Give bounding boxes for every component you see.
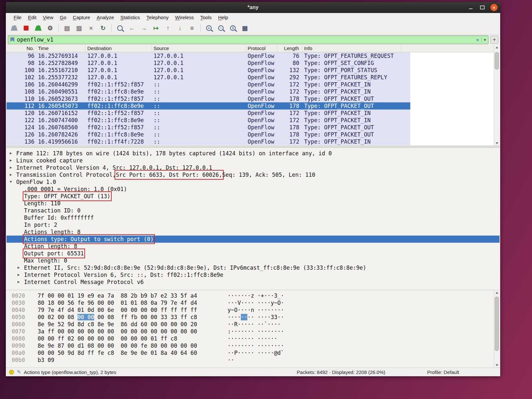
packet-row[interactable]: 12416.260768560ff02::1:ff52:f857::OpenFl… [6, 124, 410, 131]
packet-row[interactable]: 11016.260523673ff02::1:ff52:f857::OpenFl… [6, 95, 410, 102]
packet-list-scrollbar[interactable] [494, 45, 500, 146]
collapsed-arrow-icon[interactable]: ▶ [18, 278, 24, 286]
detail-row[interactable]: Actions length: 8 [6, 228, 500, 236]
packet-row-selected[interactable]: 11216.260545073ff02::1:ffc8:8e9e::OpenFl… [6, 102, 410, 109]
display-filter-input[interactable]: openflow_v1 × ▾ [8, 35, 489, 44]
scroll-up-icon[interactable] [494, 45, 500, 50]
menu-capture[interactable]: Capture [69, 14, 93, 21]
packet-row[interactable]: 9816.252782849127.0.0.1127.0.0.1OpenFlow… [6, 59, 410, 67]
scroll-down-icon[interactable] [494, 141, 500, 146]
detail-row[interactable]: .000 0001 = Version: 1.0 (0x01) [6, 186, 500, 193]
scroll-down-icon[interactable] [494, 363, 500, 367]
menu-edit[interactable]: Edit [25, 14, 40, 21]
column-header-protocol[interactable]: Protocol [246, 45, 277, 52]
detail-row[interactable]: ▶Linux cooked capture [6, 157, 500, 164]
filter-text[interactable]: openflow_v1 [17, 36, 474, 43]
column-header-info[interactable]: Info [303, 45, 401, 52]
detail-row[interactable]: Max length: 0 [6, 257, 500, 264]
hex-row[interactable]: 00b0b3 09·· [6, 356, 500, 364]
detail-row[interactable]: ▼OpenFlow 1.0 [6, 178, 500, 186]
filter-add-button[interactable]: + [490, 36, 498, 44]
menu-help[interactable]: Help [215, 14, 231, 21]
expert-info-icon[interactable] [9, 370, 14, 375]
column-header-destination[interactable]: Destination [86, 45, 152, 52]
hex-row[interactable]: 008000 00 ff 02 00 00 00 00 00 00 00 01 … [6, 335, 500, 342]
menu-file[interactable]: File [10, 14, 25, 21]
go-last-packet-button[interactable]: ↓ [174, 23, 186, 33]
menu-wireless[interactable]: Wireless [172, 14, 197, 21]
go-to-packet-button[interactable]: ↦ [150, 23, 162, 33]
scrollbar-thumb[interactable] [495, 297, 499, 351]
title-bar[interactable]: *any × [6, 2, 500, 13]
column-header-time[interactable]: Time [36, 45, 86, 52]
go-first-packet-button[interactable]: ↑ [162, 23, 174, 33]
hex-row[interactable]: 00207f 00 00 01 19 e9 ea 7a 88 2b b9 b7 … [6, 292, 500, 299]
menu-analyze[interactable]: Analyze [93, 14, 117, 21]
menu-view[interactable]: View [40, 14, 56, 21]
close-file-button[interactable]: × [85, 23, 97, 33]
detail-row[interactable]: Length: 110 [6, 200, 500, 207]
detail-row[interactable]: Action length: 8 [6, 243, 500, 250]
collapsed-arrow-icon[interactable]: ▶ [10, 150, 16, 157]
packet-row[interactable]: 10016.255167210127.0.0.1127.0.0.1OpenFlo… [6, 67, 410, 74]
collapsed-arrow-icon[interactable]: ▶ [18, 264, 24, 271]
detail-row[interactable]: ▶Frame 112: 178 bytes on wire (1424 bits… [6, 150, 500, 157]
capture-options-button[interactable]: ⚙ [44, 23, 56, 33]
zoom-original-button[interactable]: 1 [227, 23, 239, 33]
packet-row[interactable]: 13616.419956616ff02::1:ff4f:7228::OpenFl… [6, 138, 410, 145]
menu-statistics[interactable]: Statistics [117, 14, 143, 21]
column-header-length[interactable]: Length [277, 45, 303, 52]
capture-comment-icon[interactable]: ✎ [17, 369, 21, 375]
resize-columns-button[interactable]: ▦ [239, 23, 251, 33]
packet-row[interactable]: 12616.260782426ff02::1:ffc8:8e9e::OpenFl… [6, 131, 410, 138]
detail-row[interactable]: ▶Ethernet II, Src: 52:9d:8d:c8:8e:9e (52… [6, 264, 500, 271]
collapsed-arrow-icon[interactable]: ▶ [18, 271, 24, 278]
filter-history-dropdown-icon[interactable]: ▾ [481, 37, 486, 42]
hex-row[interactable]: 00608e 9e 52 9d 8d c8 8e 9e 86 dd 60 00 … [6, 321, 500, 328]
minimize-button[interactable] [467, 4, 474, 11]
packet-row[interactable]: 12216.260747400ff02::1:ffc8:8e9e::OpenFl… [6, 117, 410, 124]
expanded-arrow-icon[interactable]: ▼ [10, 178, 16, 186]
detail-row[interactable]: ▶Transmission Control Protocol, Src Port… [6, 171, 500, 178]
go-forward-button[interactable]: → [138, 23, 150, 33]
scroll-up-icon[interactable] [494, 290, 500, 295]
save-file-button[interactable]: ▥ [73, 23, 85, 33]
packet-row[interactable]: 10816.260490551ff02::1:ffc8:8e9e::OpenFl… [6, 88, 410, 95]
hex-row[interactable]: 004079 7e 4f d4 01 0d 00 6e 00 00 00 00 … [6, 306, 500, 314]
detail-row[interactable]: Type: OFPT_PACKET_OUT (13) [6, 193, 500, 200]
hex-scrollbar[interactable] [494, 290, 500, 367]
hex-row[interactable]: 005000 02 00 08 00 00 00 08 ff fb 00 00 … [6, 314, 500, 321]
menu-telephony[interactable]: Telephony [143, 14, 172, 21]
collapsed-arrow-icon[interactable]: ▶ [10, 171, 16, 178]
hex-row[interactable]: 003080 18 00 56 fe 96 00 00 01 01 08 0a … [6, 299, 500, 306]
column-header-source[interactable]: Source [152, 45, 246, 52]
zoom-out-button[interactable]: − [215, 23, 227, 33]
pane-splitter-top[interactable] [6, 146, 500, 148]
filter-bookmark-icon[interactable] [10, 37, 14, 42]
menu-go[interactable]: Go [56, 14, 69, 21]
packet-row[interactable]: 10616.260446299ff02::1:ff52:f857::OpenFl… [6, 81, 410, 88]
stop-capture-button[interactable] [20, 23, 32, 33]
detail-row-selected[interactable]: Actions type: Output to switch port (0) [6, 236, 500, 243]
filter-clear-icon[interactable]: × [476, 37, 479, 43]
maximize-button[interactable] [479, 4, 486, 11]
column-header-no[interactable]: No. [6, 45, 36, 52]
hex-row[interactable]: 00908e 9e 87 00 d1 08 00 00 00 00 fe 80 … [6, 342, 500, 349]
detail-row[interactable]: Buffer Id: 0xffffffff [6, 214, 500, 221]
detail-row[interactable]: ▶Internet Protocol Version 4, Src: 127.0… [6, 164, 500, 171]
go-back-button[interactable]: ← [126, 23, 138, 33]
auto-scroll-button[interactable]: ≡ [186, 23, 198, 33]
menu-tools[interactable]: Tools [197, 14, 215, 21]
detail-row[interactable]: In port: 2 [6, 221, 500, 228]
status-profile[interactable]: Profile: Default [427, 369, 497, 375]
close-button[interactable]: × [490, 4, 498, 11]
detail-row[interactable]: Output port: 65531 [6, 250, 500, 257]
packet-row[interactable]: 10216.255377232127.0.0.1127.0.0.1OpenFlo… [6, 74, 410, 81]
collapsed-arrow-icon[interactable]: ▶ [10, 157, 16, 164]
collapsed-arrow-icon[interactable]: ▶ [10, 164, 16, 171]
hex-row[interactable]: 00a000 00 50 9d 8d ff fe c8 8e 9e 0e 01 … [6, 349, 500, 356]
scrollbar-thumb[interactable] [495, 52, 499, 70]
start-capture-button[interactable] [8, 23, 20, 33]
detail-row[interactable]: ▶Internet Protocol Version 6, Src: ::, D… [6, 271, 500, 278]
packet-row[interactable]: 12016.260716152ff02::1:ff52:f857::OpenFl… [6, 109, 410, 117]
